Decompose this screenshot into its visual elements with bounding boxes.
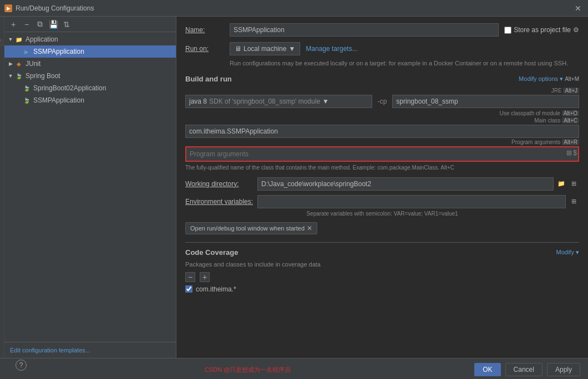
coverage-toolbar: − +	[185, 272, 579, 282]
dialog-title: Run/Debug Configurations	[16, 4, 94, 12]
config-tree: ▼ 📁 Application ▶ SSMPApplication ▶ ◆ JU…	[4, 32, 176, 342]
wd-action-icons: 📁 ⊞	[556, 178, 579, 190]
remove-config-button[interactable]: −	[21, 19, 32, 30]
tree-item-springboot02app[interactable]: 🍃 SpringBoot02Application	[4, 82, 176, 94]
jre-shortcut: Alt+J	[563, 88, 579, 94]
jre-hint-row: JRE Alt+J	[185, 88, 579, 94]
working-directory-row: Working directory: 📁 ⊞	[185, 177, 579, 191]
local-machine-icon: 🖥	[235, 45, 241, 53]
code-coverage-section-title: Code Coverage Modify ▾	[185, 248, 579, 257]
leaf-arrow-ssmp	[14, 96, 22, 104]
sdk-desc: SDK of 'springboot_08_ssmp' module	[209, 98, 320, 105]
ok-button[interactable]: OK	[474, 363, 500, 376]
save-config-button[interactable]: 💾	[48, 19, 59, 30]
expand-arrow: ▼	[7, 35, 14, 43]
tree-item-ssmpapplication[interactable]: ▶ SSMPApplication	[4, 45, 176, 58]
add-config-button[interactable]: +	[8, 19, 19, 30]
browse-folder-icon[interactable]: 📁	[556, 178, 567, 190]
tree-item-springboot[interactable]: ▼ 🍃 Spring Boot	[4, 70, 176, 82]
bottom-bar: ? CSDN @只是想成为一名程序员 OK Cancel Apply	[0, 358, 588, 379]
copy-config-button[interactable]: ⧉	[34, 19, 45, 30]
cancel-button[interactable]: Cancel	[505, 363, 543, 376]
spring-app-icon-ssmp: 🍃	[22, 96, 31, 105]
prog-args-shortcut: Alt+R	[562, 139, 579, 145]
jre-hint-text: JRE Alt+J	[551, 88, 579, 94]
spring-icon: 🍃	[14, 71, 23, 80]
env-separator-hint: Separate variables with semicolon: VAR=v…	[185, 211, 579, 217]
expand-arrow-spring: ▼	[7, 72, 14, 80]
classpath-hint-row: Use classpath of module Alt+O	[185, 110, 579, 116]
coverage-description: Packages and classes to include in cover…	[185, 261, 579, 268]
coverage-minus-btn[interactable]: −	[185, 272, 195, 282]
coverage-entry-row: com.itheima.*	[185, 285, 579, 293]
name-row: Name: Store as project file ⚙	[185, 23, 579, 37]
app-icon: ▶	[4, 4, 12, 12]
program-args-input[interactable]	[185, 146, 579, 162]
classpath-shortcut: Alt+O	[562, 110, 579, 116]
folder-icon: 📁	[14, 35, 23, 44]
env-vars-input[interactable]	[257, 195, 566, 208]
coverage-plus-btn[interactable]: +	[200, 272, 210, 282]
run-on-row: Run on: 🖥 Local machine ▼ Manage targets…	[185, 42, 579, 55]
expand-icon[interactable]: ⊞	[566, 149, 572, 157]
manage-targets-link[interactable]: Manage targets...	[306, 45, 357, 53]
settings-gear-icon[interactable]: ⚙	[573, 26, 579, 34]
coverage-modify-link[interactable]: Modify ▾	[556, 249, 579, 256]
env-vars-row: Environment variables: ⊞	[185, 195, 579, 208]
modify-shortcut: Alt+M	[565, 76, 579, 82]
help-button[interactable]: ?	[16, 360, 27, 371]
leaf-arrow	[14, 48, 22, 55]
modify-options-link[interactable]: Modify options ▾ Alt+M	[519, 75, 579, 83]
apply-button[interactable]: Apply	[547, 363, 580, 376]
local-machine-dropdown[interactable]: 🖥 Local machine ▼	[230, 42, 300, 55]
section-divider	[185, 242, 579, 243]
tree-item-application[interactable]: ▼ 📁 Application	[4, 33, 176, 45]
help-container: ?	[8, 363, 21, 376]
sdk-dropdown-arrow: ▼	[322, 98, 329, 105]
build-and-run-section-title: Build and run Modify options ▾ Alt+M	[185, 75, 579, 83]
expand-arrow-junit: ▶	[7, 60, 14, 68]
app-run-icon: ▶	[22, 47, 31, 56]
store-as-project-file-checkbox[interactable]	[504, 27, 511, 34]
run-on-label: Run on:	[185, 45, 230, 53]
run-info-description: Run configurations may be executed local…	[185, 59, 579, 68]
tree-item-ssmpapp-spring[interactable]: 🍃 SSMPApplication	[4, 94, 176, 106]
edit-env-icon[interactable]: ⊞	[568, 196, 579, 207]
tree-item-junit[interactable]: ▶ ◆ JUnit	[4, 58, 176, 70]
remove-tag-icon[interactable]: ✕	[307, 224, 312, 232]
config-content: Name: Store as project file ⚙ Run on: 🖥 …	[176, 17, 588, 358]
sdk-dropdown[interactable]: java 8 SDK of 'springboot_08_ssmp' modul…	[185, 95, 372, 108]
classpath-hint-text: Use classpath of module Alt+O	[499, 110, 579, 116]
program-args-row: Program arguments Alt+R ⊞ $	[185, 139, 579, 162]
sdk-row: java 8 SDK of 'springboot_08_ssmp' modul…	[185, 95, 579, 108]
main-class-hint: Main class Alt+C	[534, 117, 579, 124]
left-edge-bar: ⬛	[0, 17, 4, 358]
junit-icon: ◆	[14, 59, 23, 68]
right-panel: Name: Store as project file ⚙ Run on: 🖥 …	[176, 17, 588, 358]
prog-args-action-icons: ⊞ $	[566, 149, 577, 157]
prog-args-hint: Program arguments Alt+R	[511, 139, 579, 145]
sort-config-button[interactable]: ⇅	[61, 19, 72, 30]
close-button[interactable]: ✕	[572, 4, 584, 13]
working-dir-label: Working directory:	[185, 180, 257, 188]
open-tool-window-tag: Open run/debug tool window when started …	[185, 222, 317, 234]
coverage-entry-value: com.itheima.*	[196, 285, 236, 293]
main-class-info-text: The fully-qualified name of the class th…	[185, 164, 579, 172]
name-input[interactable]	[230, 23, 499, 37]
working-dir-input[interactable]	[257, 177, 554, 191]
tree-toolbar: + − ⧉ 💾 ⇅	[4, 17, 176, 32]
main-class-shortcut: Alt+C	[562, 117, 579, 124]
cp-value-display[interactable]: springboot_08_ssmp	[392, 95, 579, 108]
variables-wd-icon[interactable]: ⊞	[568, 178, 579, 190]
dropdown-arrow-icon: ▼	[288, 45, 295, 53]
coverage-entry-checkbox[interactable]	[185, 285, 192, 293]
main-class-input[interactable]	[185, 125, 579, 138]
left-panel: + − ⧉ 💾 ⇅ ▼ 📁 Application ▶ SSMPApplicat…	[4, 17, 176, 358]
variables-icon[interactable]: $	[573, 149, 577, 157]
store-as-project-file-label[interactable]: Store as project file	[504, 26, 571, 34]
leaf-arrow-sb02	[14, 84, 22, 92]
edit-config-templates-link[interactable]: Edit configuration templates...	[4, 342, 176, 358]
spring-app-icon-02: 🍃	[22, 84, 31, 93]
name-label: Name:	[185, 26, 230, 34]
tag-row: Open run/debug tool window when started …	[185, 222, 579, 234]
